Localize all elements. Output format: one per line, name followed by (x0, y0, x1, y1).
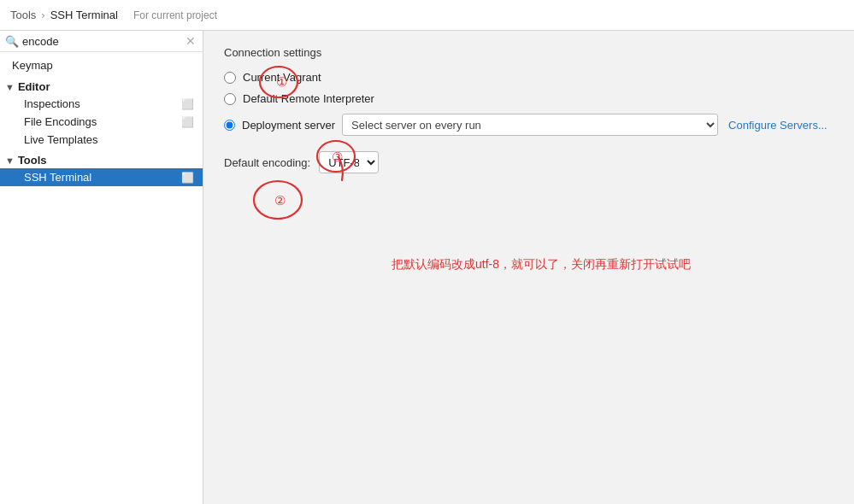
sidebar-group-tools[interactable]: ▼ Tools (0, 149, 203, 168)
breadcrumb-tools: Tools (10, 9, 36, 21)
sidebar: 🔍 ✕ Keymap ▼ Editor Inspections ⬜ File E… (0, 31, 203, 504)
encoding-row: Default encoding: UTF-8UTF-16ISO-8859-1G… (224, 151, 833, 173)
connection-type-radio-group: Current Vagrant Default Remote Interpret… (224, 71, 833, 136)
search-bar: 🔍 ✕ (0, 31, 203, 52)
radio-current-vagrant[interactable] (224, 72, 236, 84)
encoding-label: Default encoding: (224, 156, 310, 169)
section-title: Connection settings (224, 46, 833, 59)
caret-down-tools-icon: ▼ (5, 155, 15, 166)
configure-server-link[interactable]: Configure Servers... (728, 119, 827, 132)
radio-deployment-server-label[interactable]: Deployment server (242, 119, 335, 132)
svg-text:②: ② (274, 194, 286, 208)
sidebar-icon-ssh-terminal: ⬜ (181, 172, 194, 184)
sidebar-item-inspections[interactable]: Inspections ⬜ (0, 95, 203, 113)
for-current-project-label: For current project (133, 9, 217, 21)
caret-down-icon: ▼ (5, 82, 15, 92)
radio-row-deployment-server: Deployment server Select server on every… (224, 114, 833, 136)
breadcrumb-current: SSH Terminal (50, 9, 118, 21)
radio-row-default-remote: Default Remote Interpreter (224, 92, 833, 105)
radio-current-vagrant-label[interactable]: Current Vagrant (243, 71, 321, 84)
radio-default-remote[interactable] (224, 93, 236, 105)
search-input[interactable] (22, 35, 184, 48)
search-clear-icon[interactable]: ✕ (184, 34, 197, 48)
nav-list: Keymap ▼ Editor Inspections ⬜ File Encod… (0, 52, 203, 504)
sidebar-item-file-encodings[interactable]: File Encodings ⬜ (0, 113, 203, 131)
sidebar-item-live-templates[interactable]: Live Templates (0, 131, 203, 149)
tools-group-label: Tools (18, 154, 47, 167)
sidebar-item-keymap[interactable]: Keymap (0, 56, 203, 75)
chinese-note: 把默认编码改成utf-8，就可以了，关闭再重新打开试试吧 (392, 257, 691, 273)
search-icon: 🔍 (5, 35, 19, 48)
radio-row-current-vagrant: Current Vagrant (224, 71, 833, 84)
sidebar-icon-file-encodings: ⬜ (181, 116, 194, 128)
editor-group-label: Editor (18, 80, 50, 93)
main-layout: 🔍 ✕ Keymap ▼ Editor Inspections ⬜ File E… (0, 31, 854, 504)
content-area: Connection settings Current Vagrant Defa… (203, 31, 854, 504)
breadcrumb-separator: › (41, 9, 44, 21)
sidebar-icon-inspections: ⬜ (181, 98, 194, 110)
server-select[interactable]: Select server on every run (342, 114, 718, 136)
svg-point-2 (254, 181, 302, 219)
radio-deployment-server[interactable] (224, 120, 235, 131)
sidebar-item-ssh-terminal[interactable]: SSH Terminal ⬜ (0, 168, 203, 186)
radio-default-remote-label[interactable]: Default Remote Interpreter (243, 92, 374, 105)
encoding-select[interactable]: UTF-8UTF-16ISO-8859-1GBKGB2312 (319, 151, 379, 173)
top-bar: Tools › SSH Terminal For current project (0, 0, 854, 31)
sidebar-group-editor[interactable]: ▼ Editor (0, 75, 203, 95)
